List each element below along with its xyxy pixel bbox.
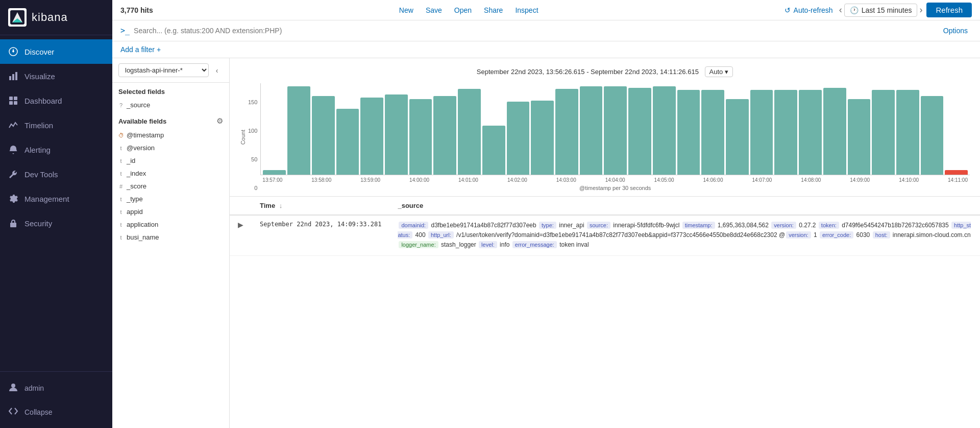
field-type-index: t	[118, 171, 124, 177]
sidebar-item-discover[interactable]: Discover	[0, 39, 112, 64]
sidebar-item-security[interactable]: Security	[0, 211, 112, 235]
sidebar-item-visualize[interactable]: Visualize	[0, 64, 112, 88]
bar[interactable]	[896, 90, 919, 175]
bar[interactable]	[774, 90, 797, 175]
field-busi-name[interactable]: t busi_name	[112, 231, 229, 244]
bar[interactable]	[531, 101, 554, 175]
bar[interactable]	[848, 99, 871, 175]
source-key: source:	[587, 222, 610, 229]
logo-icon	[8, 8, 27, 27]
bar[interactable]	[482, 126, 505, 175]
sidebar: kibana Discover Visualize	[0, 0, 112, 428]
panel-collapse-toggle[interactable]: ‹	[211, 64, 223, 77]
x-tick: 13:59:00	[360, 177, 380, 183]
sidebar-label-alerting: Alerting	[24, 146, 51, 154]
add-icon: +	[157, 45, 161, 54]
field-name-id: _id	[127, 157, 223, 164]
field-name-type: _type	[127, 195, 223, 203]
x-tick: 14:09:00	[850, 177, 870, 183]
x-tick: 14:10:00	[899, 177, 919, 183]
open-button[interactable]: Open	[454, 6, 472, 14]
bar[interactable]	[507, 102, 530, 175]
save-button[interactable]: Save	[426, 6, 442, 14]
inspect-button[interactable]: Inspect	[515, 6, 538, 14]
next-time-icon[interactable]: ›	[919, 5, 922, 15]
user-menu[interactable]: admin	[0, 376, 112, 400]
bar[interactable]	[458, 89, 481, 175]
time-col-header[interactable]: Time ↓	[252, 197, 389, 215]
field-appid[interactable]: t appid	[112, 205, 229, 218]
bar[interactable]	[653, 86, 676, 175]
new-button[interactable]: New	[399, 6, 413, 14]
bar[interactable]	[580, 86, 603, 175]
bar[interactable]	[945, 170, 968, 175]
prev-time-icon[interactable]: ‹	[839, 5, 842, 15]
sidebar-item-management[interactable]: Management	[0, 186, 112, 211]
bar[interactable]	[312, 96, 335, 175]
bar-chart-icon	[8, 71, 18, 81]
y-axis: 150 100 50 0	[248, 99, 260, 191]
sidebar-item-alerting[interactable]: Alerting	[0, 137, 112, 162]
index-pattern-select[interactable]: logstash-api-inner-*	[118, 63, 209, 77]
field-version[interactable]: t @version	[112, 141, 229, 154]
field-score[interactable]: # _score	[112, 180, 229, 193]
table-row: ▶September 22nd 2023, 14:09:33.281domain…	[230, 215, 980, 255]
search-input[interactable]	[134, 27, 935, 35]
expand-row-button[interactable]: ▶	[238, 221, 243, 229]
bar[interactable]	[628, 88, 651, 175]
bar[interactable]	[360, 98, 383, 175]
bar[interactable]	[921, 96, 944, 175]
svg-rect-11	[14, 101, 17, 105]
sidebar-item-dev-tools[interactable]: Dev Tools	[0, 162, 112, 186]
sidebar-item-timelion[interactable]: Timelion	[0, 113, 112, 137]
field-timestamp[interactable]: ⏱ @timestamp	[112, 129, 229, 141]
bar[interactable]	[677, 90, 700, 175]
field-index[interactable]: t _index	[112, 167, 229, 180]
bar[interactable]	[287, 86, 310, 175]
bar[interactable]	[385, 94, 408, 175]
field-type[interactable]: t _type	[112, 193, 229, 205]
options-button[interactable]: Options	[939, 25, 972, 37]
refresh-button[interactable]: Refresh	[926, 3, 972, 17]
bar[interactable]	[872, 90, 895, 175]
bar[interactable]	[823, 88, 846, 175]
bar[interactable]	[701, 90, 724, 175]
field-id[interactable]: t _id	[112, 154, 229, 167]
bar[interactable]	[604, 86, 627, 175]
add-filter-button[interactable]: Add a filter +	[120, 45, 161, 54]
auto-interval-selector[interactable]: Auto ▾	[705, 66, 733, 77]
field-source[interactable]: ? _source	[112, 99, 229, 111]
chart-time-range: September 22nd 2023, 13:56:26.615 - Sept…	[477, 68, 699, 76]
bar[interactable]	[750, 90, 773, 175]
field-type-id: t	[118, 158, 124, 164]
share-button[interactable]: Share	[484, 6, 503, 14]
data-table: Time ↓ _source ▶September 22nd 2023, 14:…	[230, 197, 980, 256]
bar[interactable]	[799, 90, 822, 175]
available-fields-gear[interactable]: ⚙	[216, 116, 223, 126]
source-key: host:	[873, 231, 890, 239]
bar[interactable]	[409, 99, 432, 175]
source-col-header[interactable]: _source	[389, 197, 980, 215]
field-application[interactable]: t application	[112, 218, 229, 231]
field-name-index: _index	[127, 170, 223, 177]
search-prompt: >_	[120, 26, 130, 35]
bar[interactable]	[555, 89, 578, 175]
gear-icon	[8, 194, 18, 204]
bar[interactable]	[433, 96, 456, 175]
selected-fields-header: Selected fields	[112, 83, 229, 99]
svg-rect-9	[14, 97, 17, 100]
time-cell: September 22nd 2023, 14:09:33.281	[252, 215, 389, 255]
user-label: admin	[24, 384, 44, 392]
sidebar-label-timelion: Timelion	[24, 121, 53, 130]
bar[interactable]	[726, 99, 749, 175]
x-tick: 14:03:00	[556, 177, 576, 183]
x-tick: 14:06:00	[703, 177, 723, 183]
bar[interactable]	[263, 170, 286, 175]
auto-refresh-button[interactable]: ↺ Auto-refresh	[785, 6, 833, 14]
y-tick-50: 50	[251, 156, 257, 162]
bar[interactable]	[336, 109, 359, 175]
sidebar-label-dashboard: Dashboard	[24, 97, 62, 105]
sidebar-item-dashboard[interactable]: Dashboard	[0, 88, 112, 113]
time-range-selector[interactable]: 🕐 Last 15 minutes	[844, 4, 918, 17]
collapse-button[interactable]: Collapse	[0, 400, 112, 424]
